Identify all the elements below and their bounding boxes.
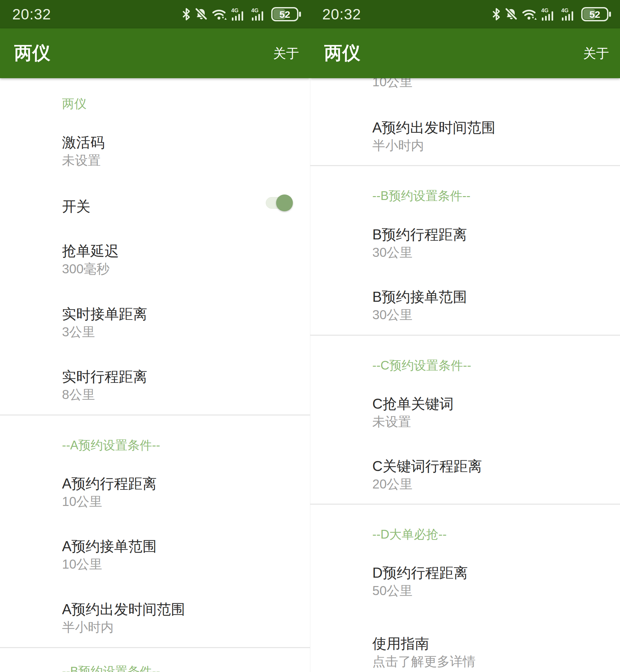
pref-title: 实时接单距离	[62, 305, 147, 324]
wifi-icon	[212, 8, 227, 20]
signal-4g-icon: 4G	[251, 7, 267, 21]
pref-title: D预约行程距离	[372, 564, 468, 582]
pref-grab-delay[interactable]: 抢单延迟 300毫秒	[0, 242, 310, 278]
pref-realtime-pickup-distance[interactable]: 实时接单距离 3公里	[0, 305, 310, 341]
status-bar: 20:32 4G 4G 52	[310, 0, 620, 29]
settings-list: 两仪 激活码 未设置 开关 抢单延迟 300毫秒 实时接单距离 3公里 实时行程…	[0, 78, 310, 672]
pref-title: A预约出发时间范围	[372, 118, 495, 137]
pref-subtitle: 点击了解更多详情	[372, 653, 476, 670]
battery-icon: 52	[271, 6, 302, 22]
pref-subtitle: 20公里	[372, 475, 413, 493]
pref-a-departure-time-range[interactable]: A预约出发时间范围 半小时内	[0, 600, 310, 636]
status-bar: 20:32 4G 4G 52	[0, 0, 310, 29]
pref-activation-code[interactable]: 激活码 未设置	[0, 133, 310, 169]
pref-a-trip-distance[interactable]: A预约行程距离 10公里	[0, 474, 310, 511]
section-header-b-clipped: --B预约设置条件--	[62, 663, 160, 672]
pref-c-grab-keywords[interactable]: C抢单关键词 未设置	[310, 394, 620, 431]
pref-subtitle: 半小时内	[372, 137, 424, 154]
battery-icon: 52	[581, 6, 612, 22]
svg-text:4G: 4G	[541, 7, 549, 13]
pref-title: 激活码	[62, 133, 105, 152]
section-header-a: --A预约设置条件--	[62, 437, 160, 452]
app-title: 两仪	[14, 41, 50, 65]
pref-title: C抢单关键词	[372, 394, 454, 414]
svg-text:4G: 4G	[251, 7, 259, 13]
status-icons: 4G 4G 52	[182, 6, 302, 22]
pref-subtitle: 300毫秒	[62, 260, 109, 278]
pref-subtitle: 半小时内	[62, 618, 114, 636]
pref-a-pickup-range-clipped[interactable]: 10公里	[310, 78, 620, 92]
pref-subtitle: 10公里	[372, 78, 413, 91]
pref-realtime-trip-distance[interactable]: 实时行程距离 8公里	[0, 367, 310, 403]
pref-d-trip-distance[interactable]: D预约行程距离 50公里	[310, 564, 620, 599]
pref-subtitle: 50公里	[372, 582, 413, 599]
screenshot-left: 20:32 4G 4G 52 两仪 关于 两仪 激活码 未设置 开关 抢单延迟	[0, 0, 310, 672]
wifi-icon	[522, 8, 537, 20]
pref-title: B预约接单范围	[372, 288, 467, 306]
notifications-off-icon	[504, 7, 518, 21]
switch-thumb	[276, 194, 293, 211]
about-button[interactable]: 关于	[273, 45, 299, 62]
pref-title: 抢单延迟	[62, 242, 119, 261]
svg-text:52: 52	[279, 9, 290, 20]
screenshot-right: 20:32 4G 4G 52 两仪 关于 10公里 A预约出发时间范围 半小时内…	[310, 0, 620, 672]
pref-subtitle: 未设置	[62, 151, 101, 169]
app-bar: 两仪 关于	[0, 29, 310, 78]
master-switch-toggle[interactable]	[266, 195, 292, 211]
pref-c-keyword-trip-distance[interactable]: C关键词行程距离 20公里	[310, 457, 620, 493]
pref-title: B预约行程距离	[372, 225, 467, 244]
section-header-c: --C预约设置条件--	[372, 357, 471, 373]
clock: 20:32	[12, 5, 51, 23]
divider	[0, 415, 310, 416]
pref-subtitle: 30公里	[372, 244, 413, 261]
settings-list: 10公里 A预约出发时间范围 半小时内 --B预约设置条件-- B预约行程距离 …	[310, 78, 620, 672]
pref-title: A预约出发时间范围	[62, 600, 185, 619]
signal-4g-icon: 4G	[561, 7, 577, 21]
notifications-off-icon	[194, 7, 208, 21]
pref-subtitle: 3公里	[62, 323, 95, 341]
pref-subtitle: 10公里	[62, 493, 102, 511]
app-bar: 两仪 关于	[310, 29, 620, 78]
pref-b-pickup-range[interactable]: B预约接单范围 30公里	[310, 288, 620, 324]
pref-subtitle: 未设置	[372, 413, 411, 431]
divider	[0, 647, 310, 648]
pref-title: A预约接单范围	[62, 537, 157, 556]
pref-master-switch[interactable]: 开关	[0, 197, 310, 233]
pref-title: 开关	[62, 197, 91, 216]
pref-subtitle: 8公里	[62, 386, 95, 403]
svg-text:52: 52	[589, 9, 600, 20]
section-header-liangyi: 两仪	[62, 96, 87, 111]
pref-subtitle: 10公里	[62, 556, 102, 573]
bluetooth-icon	[182, 8, 191, 21]
divider	[310, 335, 620, 336]
pref-title: C关键词行程距离	[372, 457, 482, 476]
pref-a-departure-time-range[interactable]: A预约出发时间范围 半小时内	[310, 118, 620, 154]
signal-4g-icon: 4G	[231, 7, 247, 21]
status-icons: 4G 4G 52	[492, 6, 612, 22]
clock: 20:32	[322, 5, 361, 23]
pref-title: A预约行程距离	[62, 474, 157, 493]
section-header-d: --D大单必抢--	[372, 526, 447, 542]
app-title: 两仪	[324, 41, 360, 65]
pref-title: 实时行程距离	[62, 367, 147, 386]
section-header-b: --B预约设置条件--	[372, 188, 470, 203]
divider	[310, 165, 620, 166]
divider	[310, 504, 620, 505]
svg-text:4G: 4G	[561, 7, 569, 13]
signal-4g-icon: 4G	[541, 7, 557, 21]
pref-b-trip-distance[interactable]: B预约行程距离 30公里	[310, 225, 620, 261]
pref-usage-guide[interactable]: 使用指南 点击了解更多详情	[310, 634, 620, 670]
pref-a-pickup-range[interactable]: A预约接单范围 10公里	[0, 537, 310, 573]
bluetooth-icon	[492, 8, 501, 21]
pref-title: 使用指南	[372, 634, 429, 653]
svg-text:4G: 4G	[231, 7, 239, 13]
pref-subtitle: 30公里	[372, 306, 413, 324]
about-button[interactable]: 关于	[583, 45, 609, 62]
